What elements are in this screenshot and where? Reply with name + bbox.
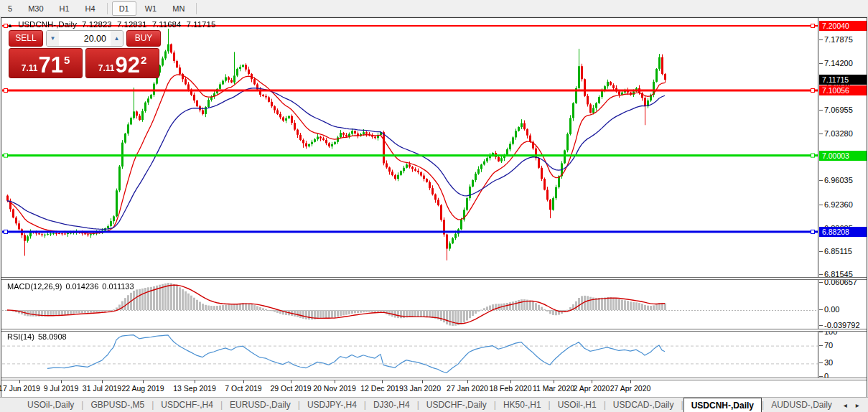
volume-input[interactable] bbox=[59, 31, 111, 46]
date-tick bbox=[291, 380, 291, 383]
date-label: 12 Dec 2019 bbox=[360, 384, 403, 393]
price-tick-label: 7.17875 bbox=[824, 35, 853, 45]
buy-price-big: 92 bbox=[115, 55, 139, 76]
volume-stepper: ▼ ▲ bbox=[46, 30, 123, 47]
chart-tab-usdchf-h4[interactable]: USDCHF-,H4 bbox=[154, 398, 220, 412]
date-label: 29 Oct 2019 bbox=[270, 384, 311, 393]
date-tick bbox=[61, 380, 62, 383]
date-label: 20 Nov 2019 bbox=[313, 384, 356, 393]
rsi-axis-label: 70 bbox=[824, 341, 833, 350]
price-axis: 7.178757.142007.105257.069557.032806.996… bbox=[818, 18, 867, 379]
buy-price-pip: 2 bbox=[141, 54, 146, 66]
pane-separator-main-macd[interactable] bbox=[1, 277, 867, 280]
date-label: 7 Oct 2019 bbox=[225, 384, 261, 393]
date-label: 11 Mar 2020 bbox=[533, 384, 574, 393]
hline-price-label: 7.00003 bbox=[819, 151, 867, 161]
chart-window: ▲ USDCNH-,Daily 7.12823 7.12831 7.11684 … bbox=[1, 17, 867, 398]
price-tick-label: 7.06955 bbox=[824, 106, 853, 115]
timeframe-button-h4[interactable]: H4 bbox=[78, 1, 103, 16]
symbol-arrow-icon: ▲ bbox=[7, 22, 13, 29]
date-tick bbox=[422, 380, 423, 383]
chart-tab-usdcad-daily[interactable]: USDCAD-,Daily bbox=[606, 398, 681, 412]
chart-tab-usdcnh-daily[interactable]: USDCNH-,Daily bbox=[683, 398, 762, 412]
chart-tab-usdjpy-h4[interactable]: USDJPY-,H4 bbox=[300, 398, 364, 412]
timeframe-button-5[interactable]: 5 bbox=[1, 1, 19, 16]
date-tick bbox=[195, 380, 195, 383]
date-label: 18 Feb 2020 bbox=[490, 384, 532, 393]
tab-navigation: ◂▸ bbox=[839, 398, 868, 412]
hline-price-label: 7.20040 bbox=[819, 21, 867, 31]
buy-button[interactable]: BUY bbox=[126, 30, 161, 47]
price-tick-label: 7.14200 bbox=[824, 59, 853, 68]
date-tick bbox=[554, 380, 554, 383]
current-price-label: 7.11715 bbox=[819, 75, 867, 85]
toolbar-separator bbox=[107, 3, 108, 14]
date-label: 27 Apr 2020 bbox=[610, 384, 651, 393]
date-label: 2 Apr 2020 bbox=[574, 384, 610, 393]
chart-tab-usoil-h1[interactable]: USOil-,H1 bbox=[551, 398, 604, 412]
date-label: 27 Jan 2020 bbox=[447, 384, 488, 393]
symbol-name: USDCNH-,Daily bbox=[18, 20, 77, 29]
chart-tab-usoil-daily[interactable]: USOil-,Daily bbox=[20, 398, 81, 412]
sell-price-pip: 5 bbox=[64, 54, 70, 66]
date-tick bbox=[19, 380, 20, 383]
hline-price-label: 7.10056 bbox=[819, 85, 867, 95]
date-tick bbox=[467, 380, 468, 383]
sell-price-prefix: 7.11 bbox=[22, 63, 38, 73]
macd-indicator-label: MACD(12,26,9)0.0142360.011133 bbox=[7, 282, 138, 291]
date-label: 22 Aug 2019 bbox=[122, 384, 164, 393]
chart-tab-dj30-h4[interactable]: DJ30-,H4 bbox=[366, 398, 417, 412]
date-tick bbox=[143, 380, 144, 383]
price-tick-label: 6.96035 bbox=[824, 176, 853, 185]
toolbar-separator bbox=[196, 3, 197, 14]
buy-price-prefix: 7.11 bbox=[98, 63, 115, 73]
date-label: 17 Jun 2019 bbox=[0, 384, 40, 393]
date-tick bbox=[102, 380, 103, 383]
date-label: 13 Sep 2019 bbox=[173, 384, 216, 393]
pane-separator-macd-rsi[interactable] bbox=[1, 329, 867, 332]
chart-tab-bar: USOil-,Daily|GBPUSD-,M5|USDCHF-,H4|EURUS… bbox=[0, 397, 868, 412]
volume-increase-button[interactable]: ▲ bbox=[111, 31, 123, 46]
chart-tab-gbpusd-m5[interactable]: GBPUSD-,M5 bbox=[83, 398, 151, 412]
date-tick bbox=[592, 380, 592, 383]
date-label: 9 Jul 2019 bbox=[44, 384, 78, 393]
date-tick bbox=[335, 380, 335, 383]
ohlc-open: 7.12823 bbox=[82, 20, 112, 29]
date-axis: 17 Jun 20199 Jul 201931 Jul 201922 Aug 2… bbox=[1, 380, 818, 396]
timeframe-toolbar: 5M30H1H4D1W1MN bbox=[0, 0, 868, 17]
timeframe-button-d1[interactable]: D1 bbox=[112, 1, 136, 16]
date-label: 31 Jul 2019 bbox=[83, 384, 121, 393]
timeframe-button-mn[interactable]: MN bbox=[165, 1, 192, 16]
price-tick-label: 7.03280 bbox=[824, 129, 853, 139]
date-tick bbox=[510, 380, 511, 383]
chart-tab-eurusd-daily[interactable]: EURUSD-,Daily bbox=[223, 398, 298, 412]
sell-button[interactable]: SELL bbox=[9, 30, 43, 47]
one-click-trading-panel: SELL ▼ ▲ BUY 7.11 71 5 7.11 92 2 bbox=[9, 31, 161, 78]
chart-tab-usdchf-daily[interactable]: USDCHF-,Daily bbox=[419, 398, 494, 412]
tab-scroll-left-icon[interactable]: ◂ bbox=[839, 401, 851, 409]
buy-quote-button[interactable]: 7.11 92 2 bbox=[85, 48, 159, 78]
chart-tab-hk50-h1[interactable]: HK50-,H1 bbox=[496, 398, 549, 412]
timeframe-button-m30[interactable]: M30 bbox=[21, 1, 50, 16]
pane-separator-rsi-dates[interactable] bbox=[1, 378, 867, 380]
sell-price-big: 71 bbox=[38, 55, 62, 76]
ohlc-low: 7.11684 bbox=[152, 20, 182, 29]
timeframe-button-h1[interactable]: H1 bbox=[52, 1, 77, 16]
date-label: 3 Jan 2020 bbox=[403, 384, 441, 393]
rsi-indicator-label: RSI(14)58.0908 bbox=[7, 332, 70, 341]
rsi-axis-label: 30 bbox=[824, 358, 833, 367]
price-tick-label: 6.92360 bbox=[824, 200, 853, 210]
ohlc-close: 7.11715 bbox=[187, 20, 216, 29]
chart-tab-audusd-daily[interactable]: AUDUSD-,Daily bbox=[764, 398, 839, 412]
tab-scroll-right-icon[interactable]: ▸ bbox=[851, 401, 864, 409]
timeframe-button-w1[interactable]: W1 bbox=[138, 1, 164, 16]
price-tick-label: 6.85115 bbox=[824, 247, 852, 256]
date-tick bbox=[382, 380, 383, 383]
date-tick bbox=[630, 380, 631, 383]
ohlc-high: 7.12831 bbox=[117, 20, 147, 29]
date-tick bbox=[243, 380, 244, 383]
volume-decrease-button[interactable]: ▼ bbox=[47, 31, 59, 46]
macd-axis-label: 0.00 bbox=[824, 305, 839, 314]
sell-quote-button[interactable]: 7.11 71 5 bbox=[9, 48, 83, 78]
hline-price-label: 6.88208 bbox=[819, 227, 867, 237]
